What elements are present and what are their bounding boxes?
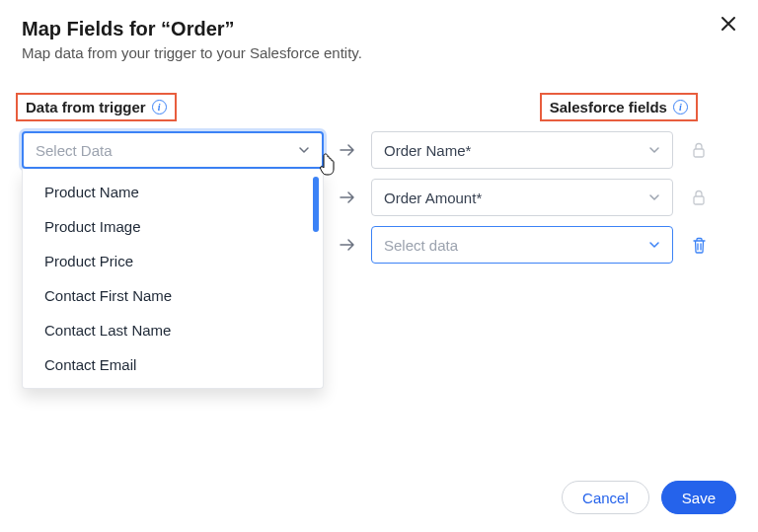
page-title: Map Fields for “Order” <box>22 18 736 40</box>
salesforce-field-select[interactable]: Select data <box>371 226 673 264</box>
dropdown-option[interactable]: Contact Email <box>23 347 323 382</box>
lock-icon <box>687 142 711 158</box>
chevron-down-icon <box>648 239 660 251</box>
svg-rect-1 <box>694 196 704 204</box>
dropdown-option[interactable]: Product Image <box>23 209 323 244</box>
trigger-data-header: Data from trigger i <box>16 93 177 121</box>
trigger-data-dropdown[interactable]: Product Name Product Image Product Price… <box>22 169 324 389</box>
salesforce-fields-header: Salesforce fields i <box>540 93 698 121</box>
close-button[interactable] <box>720 14 736 36</box>
salesforce-fields-label: Salesforce fields <box>550 99 667 115</box>
select-value: Order Amount* <box>384 190 482 206</box>
scrollbar-thumb[interactable] <box>313 177 319 232</box>
dropdown-option[interactable]: Product Name <box>23 175 323 209</box>
salesforce-field-select[interactable]: Order Name* <box>371 131 673 169</box>
trigger-data-label: Data from trigger <box>26 99 146 115</box>
select-placeholder: Select data <box>384 237 458 254</box>
dropdown-option[interactable]: Contact First Name <box>23 278 323 313</box>
select-placeholder: Select Data <box>36 142 113 159</box>
dropdown-option[interactable]: Product Price <box>23 244 323 278</box>
cancel-button[interactable]: Cancel <box>562 481 649 514</box>
trigger-data-select[interactable]: Select Data <box>22 131 324 169</box>
page-subtitle: Map data from your trigger to your Sales… <box>22 44 736 61</box>
arrow-right-icon <box>338 238 357 252</box>
salesforce-field-select[interactable]: Order Amount* <box>371 179 673 216</box>
chevron-down-icon <box>648 191 660 203</box>
chevron-down-icon <box>648 144 660 156</box>
chevron-down-icon <box>298 144 310 156</box>
lock-icon <box>687 190 711 205</box>
info-icon[interactable]: i <box>152 100 167 114</box>
save-button[interactable]: Save <box>661 481 736 514</box>
arrow-right-icon <box>338 190 357 204</box>
arrow-right-icon <box>338 143 357 157</box>
svg-rect-0 <box>694 149 704 157</box>
delete-button[interactable] <box>687 237 711 254</box>
dropdown-option[interactable]: Contact Last Name <box>23 313 323 347</box>
close-icon <box>720 12 736 37</box>
info-icon[interactable]: i <box>673 100 688 114</box>
select-value: Order Name* <box>384 142 471 159</box>
